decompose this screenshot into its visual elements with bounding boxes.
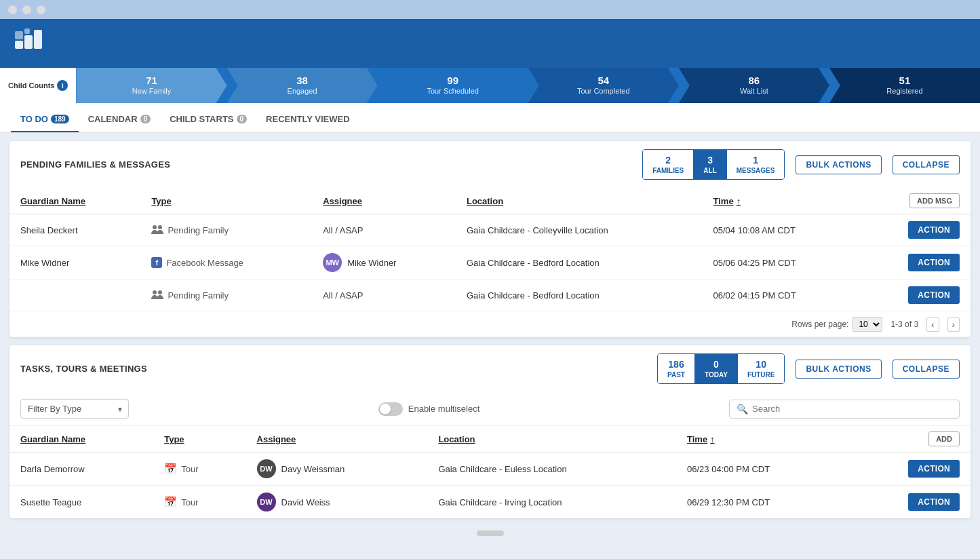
filter-messages-btn[interactable]: 1 MESSAGES: [727, 150, 785, 179]
tab-to-do[interactable]: TO DO 189: [11, 107, 79, 132]
pipeline-stage-registered[interactable]: 51 Registered: [829, 68, 980, 103]
avatar: DW: [257, 493, 276, 512]
tasks-table: Guardian Name Type Assignee Location Tim…: [9, 426, 971, 518]
rows-per-page: Rows per page: 10 25 50: [791, 317, 882, 332]
assignee-cell: All / ASAP: [312, 280, 456, 311]
col-time[interactable]: Time ↑: [703, 188, 861, 214]
page-next-button[interactable]: ›: [947, 317, 960, 332]
tab-badge: 0: [140, 115, 151, 123]
add-header: ADD: [849, 426, 971, 452]
filter-label: MESSAGES: [737, 166, 775, 175]
tab-calendar[interactable]: CALENDAR 0: [79, 107, 161, 132]
time-cell: 05/04 10:08 AM CDT: [703, 214, 861, 246]
stage-label: Tour Scheduled: [427, 87, 478, 96]
pipeline-label-text: Child Counts: [8, 81, 54, 90]
tab-badge: 0: [237, 115, 248, 123]
pipeline-stage-new-family[interactable]: 71 New Family: [76, 68, 227, 103]
filter-by-type-wrapper: Filter By Type ▼: [20, 399, 129, 419]
pending-families-card: PENDING FAMILIES & MESSAGES 2 FAMILIES 3…: [9, 141, 971, 337]
pipeline-stage-tour-completed[interactable]: 54 Tour Completed: [528, 68, 679, 103]
svg-rect-3: [15, 31, 23, 39]
action-button[interactable]: ACTION: [908, 460, 960, 478]
filter-future-btn[interactable]: 10 FUTURE: [738, 354, 785, 383]
pipeline-info-badge[interactable]: i: [57, 80, 68, 91]
location-cell: Gaia Childcare - Bedford Location: [456, 280, 703, 311]
type-cell: Pending Family: [140, 280, 312, 311]
stage-count: 38: [296, 75, 308, 87]
filter-past-btn[interactable]: 186 PAST: [658, 354, 695, 383]
action-button[interactable]: ACTION: [908, 493, 960, 511]
action-cell: ACTION: [860, 280, 971, 311]
time-cell: 06/23 04:00 PM CDT: [676, 452, 849, 486]
col-type[interactable]: Type: [153, 426, 246, 452]
col-guardian-name[interactable]: Guardian Name: [9, 426, 153, 452]
filter-all-btn[interactable]: 3 ALL: [694, 150, 726, 179]
action-cell: ACTION: [860, 246, 971, 280]
search-input[interactable]: [752, 404, 952, 414]
assignee-cell: DW David Weiss: [246, 486, 428, 519]
filter-today-btn[interactable]: 0 TODAY: [695, 354, 738, 383]
action-button[interactable]: ACTION: [908, 221, 960, 239]
bulk-actions-button[interactable]: BULK ACTIONS: [796, 155, 881, 174]
guardian-name-cell: [9, 280, 140, 311]
filter-families-btn[interactable]: 2 FAMILIES: [643, 150, 694, 179]
calendar-icon: 📅: [164, 463, 177, 475]
calendar-icon: 📅: [164, 496, 177, 508]
type-cell: f Facebook Message: [140, 246, 312, 280]
tab-label: CALENDAR: [88, 114, 138, 124]
pipeline-stage-engaged[interactable]: 38 Engaged: [227, 68, 378, 103]
filter-by-type-select[interactable]: Filter By Type: [20, 399, 129, 419]
multiselect-toggle[interactable]: [378, 402, 403, 416]
col-type[interactable]: Type: [140, 188, 312, 214]
stage-label: Tour Completed: [577, 87, 630, 96]
add-msg-button[interactable]: ADD MSG: [909, 193, 960, 208]
filter-count: 1: [753, 154, 758, 166]
window-close-btn[interactable]: [8, 5, 17, 14]
page-prev-button[interactable]: ‹: [926, 317, 939, 332]
col-guardian-name[interactable]: Guardian Name: [9, 188, 140, 214]
pipeline-stage-tour-scheduled[interactable]: 99 Tour Scheduled: [378, 68, 528, 103]
tabs-bar: TO DO 189 CALENDAR 0 CHILD STARTS 0 RECE…: [0, 103, 980, 133]
scroll-thumb[interactable]: [477, 531, 504, 536]
time-cell: 06/02 04:15 PM CDT: [703, 280, 861, 311]
stage-label: New Family: [132, 87, 171, 96]
action-button[interactable]: ACTION: [908, 286, 960, 304]
app-logo: [14, 26, 46, 61]
tasks-title: TASKS, TOURS & MEETINGS: [20, 364, 147, 374]
svg-point-8: [158, 290, 162, 294]
assignee-cell: MW Mike Widner: [312, 246, 456, 280]
tab-recently-viewed[interactable]: RECENTLY VIEWED: [256, 107, 359, 132]
table-row: Pending Family All / ASAP Gaia Childcare…: [9, 280, 971, 311]
table-row: Mike Widner f Facebook Message MW Mike W: [9, 246, 971, 280]
rows-per-page-select[interactable]: 10 25 50: [852, 317, 882, 332]
svg-point-7: [153, 290, 157, 294]
tasks-bulk-actions-button[interactable]: BULK ACTIONS: [796, 360, 881, 379]
avatar: MW: [323, 253, 342, 272]
window-maximize-btn[interactable]: [37, 5, 45, 14]
collapse-tasks-button[interactable]: COLLAPSE: [893, 360, 960, 379]
location-cell: Gaia Childcare - Colleyville Location: [456, 214, 703, 246]
filter-label: FAMILIES: [652, 166, 684, 175]
add-button[interactable]: ADD: [928, 431, 960, 446]
filter-label: TODAY: [705, 370, 728, 379]
action-button[interactable]: ACTION: [908, 254, 960, 271]
collapse-pending-button[interactable]: COLLAPSE: [893, 155, 960, 174]
pending-families-title: PENDING FAMILIES & MESSAGES: [20, 159, 170, 170]
stage-label: Registered: [886, 87, 922, 96]
avatar: DW: [257, 459, 276, 478]
assignee-cell: DW Davy Weissman: [246, 452, 428, 486]
stage-label: Wait List: [740, 87, 768, 96]
pipeline-stage-wait-list[interactable]: 86 Wait List: [679, 68, 829, 103]
guardian-name-cell: Susette Teague: [9, 486, 153, 519]
action-cell: ACTION: [849, 452, 971, 486]
type-cell: 📅 Tour: [153, 486, 246, 519]
col-time[interactable]: Time ↑: [676, 426, 849, 452]
stage-count: 54: [597, 75, 609, 87]
col-location[interactable]: Location: [427, 426, 676, 452]
col-assignee[interactable]: Assignee: [246, 426, 428, 452]
col-assignee[interactable]: Assignee: [312, 188, 456, 214]
window-minimize-btn[interactable]: [22, 5, 31, 14]
tab-child-starts[interactable]: CHILD STARTS 0: [160, 107, 256, 132]
filter-count: 2: [665, 154, 671, 166]
col-location[interactable]: Location: [456, 188, 703, 214]
